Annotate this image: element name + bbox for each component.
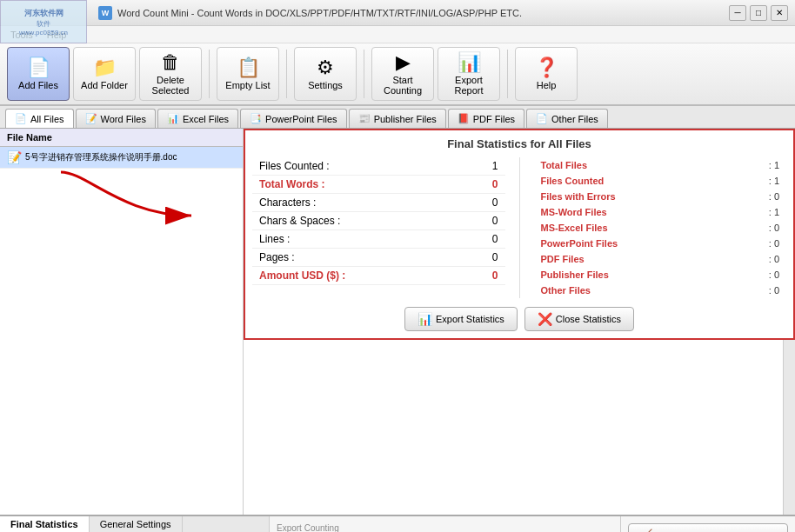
export-statistics-icon: 📊 xyxy=(418,312,432,326)
stat-msexcel: MS-Excel Files : 0 xyxy=(534,220,787,236)
report-cleaner-button[interactable]: 🧹 Report Cleaner xyxy=(628,523,788,532)
toolbar-separator-1 xyxy=(209,50,210,98)
maximize-button[interactable]: □ xyxy=(750,5,767,21)
tab-pdf-files-label: PDF Files xyxy=(473,114,515,124)
stats-right: Total Files : 1 Files Counted : 1 Files … xyxy=(520,157,787,298)
stat-other: Other Files : 0 xyxy=(534,283,787,298)
window-title: Word Count Mini - Count Words in DOC/XLS… xyxy=(117,8,729,18)
bottom-tab-final-stats[interactable]: Final Statistics xyxy=(0,516,90,532)
all-files-tab-icon: 📄 xyxy=(15,113,27,124)
delete-selected-label: Delete Selected xyxy=(144,75,197,96)
stat-characters-label: Characters : xyxy=(259,196,316,209)
minimize-button[interactable]: ─ xyxy=(729,5,746,21)
stats-buttons: 📊 Export Statistics ❌ Close Statistics xyxy=(252,307,786,331)
bottom-middle-panel: Export Counting Rate : Currency: USD ($)… xyxy=(270,516,621,532)
export-label: Export Counting xyxy=(277,523,613,532)
delete-selected-button[interactable]: 🗑 Delete Selected xyxy=(139,47,202,101)
window-controls: ─ □ ✕ xyxy=(729,5,788,21)
tab-all-files[interactable]: 📄 All Files xyxy=(5,109,74,128)
export-statistics-button[interactable]: 📊 Export Statistics xyxy=(404,307,518,331)
stat-msword-value: : 1 xyxy=(769,207,779,217)
stat-files-counted-r: Files Counted : 1 xyxy=(534,173,787,189)
delete-icon: 🗑 xyxy=(161,53,180,72)
add-files-icon: 📄 xyxy=(27,58,50,77)
file-list-item[interactable]: 📝 5号字进销存管理系统操作说明手册.doc xyxy=(0,147,243,169)
file-item-name: 5号字进销存管理系统操作说明手册.doc xyxy=(25,151,177,163)
stat-lines: Lines : 0 xyxy=(252,230,505,249)
stat-files-counted-label: Files Counted : xyxy=(259,160,330,172)
stat-pdf: PDF Files : 0 xyxy=(534,251,787,267)
start-counting-label: Start Counting xyxy=(376,75,430,96)
start-counting-button[interactable]: ▶ Start Counting xyxy=(371,47,434,101)
tab-word-files-label: Word Files xyxy=(101,114,146,124)
stat-total-words-label: Total Words : xyxy=(259,178,325,190)
file-list-panel: File Name 📝 5号字进销存管理系统操作说明手册.doc xyxy=(0,129,244,515)
add-files-button[interactable]: 📄 Add Files xyxy=(7,47,70,101)
app-icon: W xyxy=(98,6,112,20)
stat-amount-value: 0 xyxy=(492,269,498,282)
tab-excel-files[interactable]: 📊 Excel Files xyxy=(157,109,238,128)
tabs-bar: 📄 All Files 📝 Word Files 📊 Excel Files 📑… xyxy=(0,106,795,129)
tab-word-files[interactable]: 📝 Word Files xyxy=(76,109,156,128)
stat-publisher-label: Publisher Files xyxy=(541,269,609,280)
start-counting-icon: ▶ xyxy=(396,53,411,72)
add-folder-label: Add Folder xyxy=(81,80,128,90)
stat-files-counted: Files Counted : 1 xyxy=(252,157,505,176)
tab-all-files-label: All Files xyxy=(30,114,64,124)
empty-list-button[interactable]: 📋 Empty List xyxy=(217,47,279,101)
tab-excel-files-label: Excel Files xyxy=(183,114,229,124)
close-statistics-label: Close Statistics xyxy=(556,314,621,324)
watermark: 河东软件网 软件 www.pc0359.cn xyxy=(0,0,87,43)
toolbar-separator-2 xyxy=(286,50,287,98)
empty-list-label: Empty List xyxy=(225,80,270,90)
stat-lines-value: 0 xyxy=(492,233,498,245)
export-report-icon: 📊 xyxy=(458,53,481,72)
close-button[interactable]: ✕ xyxy=(771,5,788,21)
other-tab-icon: 📄 xyxy=(536,113,548,124)
stat-total-files: Total Files : 1 xyxy=(534,157,787,173)
export-report-button[interactable]: 📊 Export Report xyxy=(438,47,500,101)
tab-publisher-files[interactable]: 📰 Publisher Files xyxy=(349,109,446,128)
stat-total-files-label: Total Files xyxy=(541,160,588,170)
toolbar-separator-3 xyxy=(364,50,364,98)
stats-overlay: Final Statistics for All Files Files Cou… xyxy=(244,129,795,340)
menu-bar: Tools Help xyxy=(0,26,795,43)
stat-files-counted-value: 1 xyxy=(492,160,498,172)
stat-publisher: Publisher Files : 0 xyxy=(534,267,787,283)
tab-powerpoint-files[interactable]: 📑 PowerPoint Files xyxy=(240,109,347,128)
close-statistics-button[interactable]: ❌ Close Statistics xyxy=(524,307,634,331)
bottom-tab-general-settings[interactable]: General Settings xyxy=(90,516,183,532)
publisher-tab-icon: 📰 xyxy=(358,113,371,124)
excel-tab-icon: 📊 xyxy=(167,113,179,124)
help-button[interactable]: ❓ Help xyxy=(515,47,578,101)
add-folder-button[interactable]: 📁 Add Folder xyxy=(73,47,136,101)
stat-msexcel-value: : 0 xyxy=(769,223,779,233)
stat-msword-label: MS-Word Files xyxy=(541,207,607,217)
tab-pdf-files[interactable]: 📕 PDF Files xyxy=(448,109,524,128)
tab-publisher-files-label: Publisher Files xyxy=(374,114,437,124)
stat-pages: Pages : 0 xyxy=(252,249,505,267)
settings-button[interactable]: ⚙ Settings xyxy=(294,47,357,101)
tab-other-files[interactable]: 📄 Other Files xyxy=(526,109,608,128)
main-content: File Name 📝 5号字进销存管理系统操作说明手册.doc Final S… xyxy=(0,129,795,515)
stat-files-errors-label: Files with Errors xyxy=(541,191,616,202)
tab-other-files-label: Other Files xyxy=(551,114,598,124)
stat-ppt-label: PowerPoint Files xyxy=(541,238,618,249)
ppt-tab-icon: 📑 xyxy=(250,113,262,124)
stat-characters-value: 0 xyxy=(492,196,498,209)
stat-lines-label: Lines : xyxy=(259,233,290,245)
bottom-panel: Final Statistics General Settings Final … xyxy=(0,515,795,532)
stat-characters: Characters : 0 xyxy=(252,194,505,212)
stat-ppt: PowerPoint Files : 0 xyxy=(534,236,787,251)
stats-content: Files Counted : 1 Total Words : 0 Charac… xyxy=(252,157,786,298)
stat-other-value: : 0 xyxy=(769,285,779,296)
empty-list-icon: 📋 xyxy=(237,58,260,77)
stat-msexcel-label: MS-Excel Files xyxy=(541,223,608,233)
toolbar: 📄 Add Files 📁 Add Folder 🗑 Delete Select… xyxy=(0,43,795,106)
export-statistics-label: Export Statistics xyxy=(436,314,504,324)
stat-other-label: Other Files xyxy=(541,285,591,296)
help-label: Help xyxy=(537,80,557,90)
stat-files-errors-value: : 0 xyxy=(769,191,779,202)
stat-publisher-value: : 0 xyxy=(769,269,779,280)
settings-label: Settings xyxy=(308,80,343,90)
